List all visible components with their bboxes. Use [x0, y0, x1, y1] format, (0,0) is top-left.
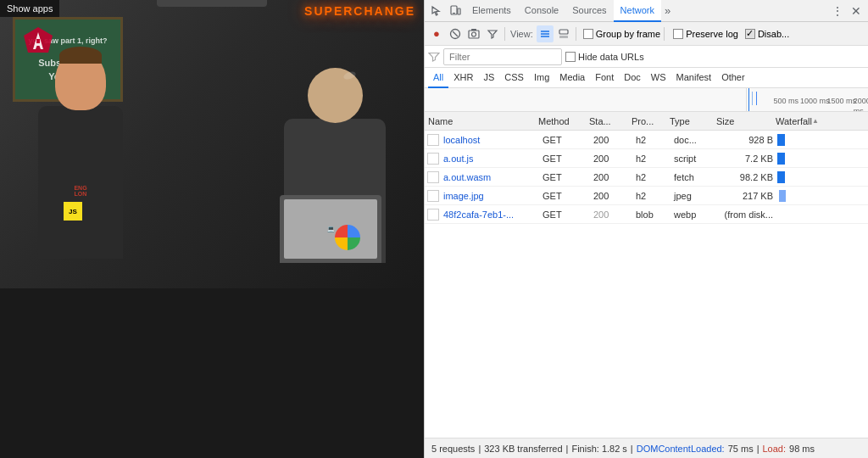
cell-type-4: webp	[670, 209, 717, 220]
row-checkbox-4[interactable]	[427, 209, 439, 221]
type-tab-js[interactable]: JS	[478, 68, 499, 88]
laptop: 💻	[280, 195, 381, 263]
cell-status-1: 200	[590, 154, 632, 164]
toolbar-sep-1	[504, 27, 505, 41]
cell-status-3: 200	[590, 191, 632, 201]
row-checkbox-3[interactable]	[427, 190, 439, 202]
cell-method-3: GET	[539, 191, 590, 201]
tab-elements[interactable]: Elements	[465, 0, 518, 22]
cell-size-2: 98.2 KB	[717, 172, 776, 182]
cell-method-0: GET	[539, 135, 590, 145]
timeline-mark-2000: 2000 ms	[854, 95, 868, 111]
cursor-icon[interactable]	[428, 3, 445, 20]
list-view-button[interactable]	[537, 25, 554, 42]
col-header-status: Sta...	[586, 116, 628, 126]
person-right-head	[308, 68, 363, 123]
clear-button[interactable]	[447, 25, 464, 42]
devtools-panel: Elements Console Sources Network » ⋮ ✕ ●	[424, 0, 868, 458]
preserve-log-checkbox[interactable]	[673, 29, 683, 39]
group-by-frame-checkbox[interactable]	[583, 29, 593, 39]
type-tab-xhr[interactable]: XHR	[448, 68, 478, 88]
tab-sources[interactable]: Sources	[565, 0, 613, 22]
hide-data-urls-checkbox[interactable]	[565, 52, 576, 62]
network-table: localhost GET 200 h2 doc... 928 B a.out.…	[425, 131, 868, 438]
table-row[interactable]: a.out.js GET 200 h2 script 7.2 KB	[425, 149, 868, 168]
google-sticker	[335, 225, 360, 250]
tab-console[interactable]: Console	[518, 0, 565, 22]
svg-point-9	[472, 32, 476, 36]
cell-size-1: 7.2 KB	[717, 154, 776, 164]
cell-protocol-1: h2	[632, 154, 670, 164]
status-load-label[interactable]: Load:	[763, 444, 787, 454]
status-load-value: 98 ms	[789, 444, 815, 454]
video-background: Show apps you saw part 1, right? Subscri…	[0, 0, 424, 288]
table-row[interactable]: 48f2cafa-7eb1-... GET 200 blob webp (fro…	[425, 205, 868, 224]
group-by-frame: Group by frame	[583, 29, 660, 39]
row-checkbox-1[interactable]	[427, 153, 439, 165]
cell-protocol-2: h2	[632, 172, 670, 182]
svg-rect-15	[559, 36, 568, 38]
table-header: Name Method Sta... Pro... Type Size Wate…	[425, 112, 868, 131]
cell-name-0: localhost	[442, 135, 539, 145]
cell-protocol-0: h2	[632, 135, 670, 145]
cell-waterfall-2	[776, 168, 868, 186]
type-tab-media[interactable]: Media	[554, 68, 590, 88]
table-row[interactable]: localhost GET 200 h2 doc... 928 B	[425, 131, 868, 149]
devtools-tabs: Elements Console Sources Network » ⋮ ✕	[425, 0, 868, 22]
svg-rect-10	[471, 29, 476, 31]
timeline-cursor	[748, 88, 749, 111]
row-checkbox-2[interactable]	[427, 171, 439, 183]
group-by-frame-label: Group by frame	[596, 29, 660, 39]
type-tab-img[interactable]: Img	[529, 68, 554, 88]
cell-name-3: image.jpg	[442, 191, 539, 201]
status-bar: 5 requests | 323 KB transferred | Finish…	[425, 438, 868, 458]
video-panel: Show apps you saw part 1, right? Subscri…	[0, 0, 424, 458]
record-button[interactable]: ●	[428, 25, 445, 42]
sort-icon: ▲	[812, 117, 819, 125]
tab-more[interactable]: »	[661, 4, 674, 17]
status-sep-4: |	[757, 444, 760, 454]
timeline-scale: 500 ms 1000 ms 1500 ms 2000 ms	[425, 88, 868, 112]
row-checkbox-0[interactable]	[427, 134, 439, 146]
cell-type-1: script	[670, 154, 717, 164]
type-tab-ws[interactable]: WS	[646, 68, 671, 88]
filter-input[interactable]	[443, 48, 562, 65]
disable-cache: ✓ Disab...	[745, 29, 789, 39]
status-dom-content-loaded-label[interactable]: DOMContentLoaded:	[637, 444, 725, 454]
cell-method-2: GET	[539, 172, 590, 182]
cell-method-1: GET	[539, 154, 590, 164]
devtools-close-button[interactable]: ✕	[848, 3, 865, 20]
status-finish: Finish: 1.82 s	[571, 444, 626, 454]
hide-data-urls-label: Hide data URLs	[578, 52, 644, 62]
type-filter-bar: All XHR JS CSS Img Media Font Doc WS Man…	[425, 68, 868, 88]
col-header-method: Method	[535, 116, 586, 126]
col-header-waterfall: Waterfall ▲	[772, 116, 868, 126]
cell-method-4: GET	[539, 209, 590, 220]
table-row[interactable]: image.jpg GET 200 h2 jpeg 217 KB	[425, 187, 868, 205]
show-apps-bar[interactable]: Show apps	[0, 0, 59, 17]
table-row[interactable]: a.out.wasm GET 200 h2 fetch 98.2 KB	[425, 168, 868, 187]
laptop-base	[157, 0, 267, 7]
filter-button[interactable]	[484, 25, 501, 42]
summary-view-button[interactable]	[555, 25, 572, 42]
col-header-size: Size	[713, 116, 772, 126]
type-tab-doc[interactable]: Doc	[619, 68, 646, 88]
devtools-more-button[interactable]: ⋮	[829, 3, 846, 20]
disable-cache-checkbox[interactable]: ✓	[745, 29, 755, 39]
cell-status-0: 200	[590, 135, 632, 145]
type-tab-all[interactable]: All	[428, 68, 448, 88]
cell-type-3: jpeg	[670, 191, 717, 201]
svg-rect-14	[559, 30, 568, 34]
type-tab-other[interactable]: Other	[716, 68, 750, 88]
cell-name-4: 48f2cafa-7eb1-...	[442, 209, 539, 220]
status-sep-2: |	[566, 444, 569, 454]
person-left-head	[55, 51, 106, 110]
type-tab-css[interactable]: CSS	[499, 68, 529, 88]
type-tab-manifest[interactable]: Manifest	[671, 68, 717, 88]
screenshot-button[interactable]	[465, 25, 482, 42]
cell-name-1: a.out.js	[442, 154, 539, 164]
filter-row: Hide data URLs	[425, 46, 868, 68]
tab-network[interactable]: Network	[614, 0, 661, 22]
type-tab-font[interactable]: Font	[590, 68, 619, 88]
device-icon[interactable]	[447, 3, 464, 20]
